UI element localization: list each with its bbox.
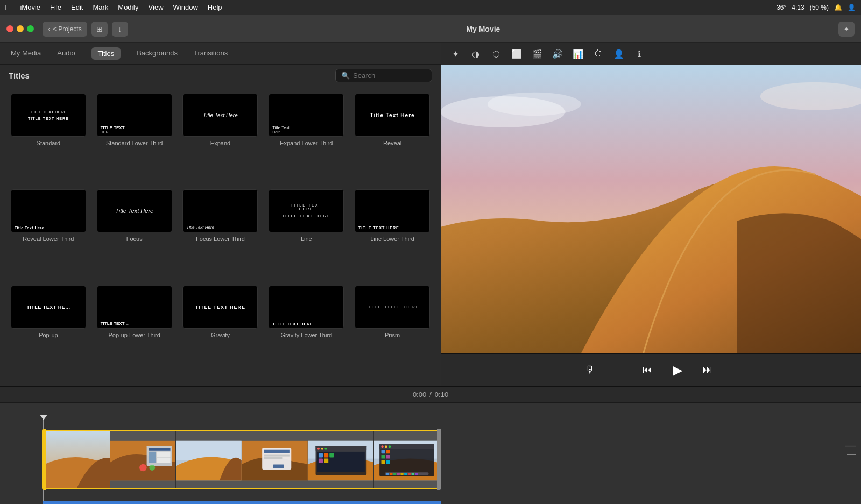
microphone-button[interactable]: 🎙 bbox=[585, 364, 595, 375]
svg-point-11 bbox=[139, 464, 147, 472]
tab-titles[interactable]: Titles bbox=[91, 47, 121, 60]
menubar-status: 36° 4:13 (50 %) 🔔 👤 bbox=[777, 4, 856, 11]
svg-rect-46 bbox=[401, 473, 404, 475]
tab-audio[interactable]: Audio bbox=[57, 45, 75, 62]
list-item[interactable]: Title Text Here Reveal bbox=[350, 94, 434, 187]
svg-point-2 bbox=[488, 93, 581, 116]
svg-rect-10 bbox=[157, 458, 170, 463]
svg-rect-33 bbox=[324, 459, 328, 463]
title-thumb-popup-lower: TITLE TEXT ... bbox=[97, 286, 172, 329]
play-button[interactable]: ▶ bbox=[668, 360, 687, 380]
minimize-button[interactable] bbox=[17, 25, 24, 32]
menu-modify[interactable]: Modify bbox=[118, 3, 138, 11]
svg-rect-44 bbox=[393, 473, 396, 475]
list-item[interactable]: Title Text Here Expand Lower Third bbox=[264, 94, 348, 187]
track-frame bbox=[44, 431, 110, 488]
title-thumb-standard: TITLE TEXT HERE TITLE TEXT HERE bbox=[11, 94, 86, 137]
list-item[interactable]: TITLE TEXT HERE TITLE TEXT HERE Standard bbox=[6, 94, 90, 187]
title-item-label: Focus Lower Third bbox=[196, 236, 245, 242]
left-panel: My Media Audio Titles Backgrounds Transi… bbox=[0, 43, 441, 386]
svg-rect-19 bbox=[264, 457, 283, 459]
search-input[interactable] bbox=[353, 72, 426, 80]
fullscreen-button[interactable] bbox=[27, 25, 34, 32]
list-item[interactable]: TITLE TEXT HERE Standard Lower Third bbox=[93, 94, 177, 187]
svg-rect-37 bbox=[379, 444, 434, 449]
svg-rect-7 bbox=[149, 448, 171, 450]
toolbar: ‹ < Projects ⊞ ↓ My Movie ✦ bbox=[0, 15, 861, 43]
menu-help[interactable]: Help bbox=[208, 3, 222, 11]
equalizer-btn[interactable]: 📊 bbox=[569, 46, 587, 61]
speed-btn[interactable]: ⏱ bbox=[590, 46, 607, 61]
apple-menu[interactable]:  bbox=[5, 3, 8, 12]
search-box[interactable]: 🔍 bbox=[335, 69, 432, 82]
list-item[interactable]: Title Text Here Focus Lower Third bbox=[179, 189, 263, 283]
color-palette-btn[interactable]: ⬡ bbox=[488, 46, 505, 61]
main-content: My Media Audio Titles Backgrounds Transi… bbox=[0, 43, 861, 386]
list-item[interactable]: Title Text Here Expand bbox=[179, 94, 263, 187]
projects-button[interactable]: ‹ < Projects bbox=[43, 22, 87, 37]
title-thumb-gravity: TITLE TEXT HERE bbox=[182, 286, 258, 329]
title-item-label: Reveal Lower Third bbox=[23, 236, 74, 242]
title-thumb-gravity-lower: TITLE TEXT HERE bbox=[269, 286, 344, 329]
menu-view[interactable]: View bbox=[149, 3, 164, 11]
list-item[interactable]: TITLE TEXT HERE TITLE TEXT HERE Line bbox=[264, 189, 348, 283]
svg-point-25 bbox=[317, 448, 320, 450]
storyboard-button[interactable]: ⊞ bbox=[91, 22, 108, 37]
svg-rect-53 bbox=[382, 455, 385, 459]
search-icon: 🔍 bbox=[341, 72, 350, 80]
list-item[interactable]: TITLE TITLE HERE Prism bbox=[350, 286, 434, 379]
svg-rect-48 bbox=[408, 473, 411, 475]
crop-btn[interactable]: ⬜ bbox=[508, 46, 525, 61]
title-item-label: Pop-up bbox=[39, 332, 58, 338]
list-item[interactable]: TITLE TEXT HE... Pop-up bbox=[6, 286, 90, 379]
person-btn[interactable]: 👤 bbox=[610, 46, 627, 61]
svg-rect-30 bbox=[324, 453, 328, 457]
menu-imovie[interactable]: iMovie bbox=[20, 3, 40, 11]
tab-bar: My Media Audio Titles Backgrounds Transi… bbox=[0, 43, 441, 65]
list-item[interactable]: Title Text Here Reveal Lower Third bbox=[6, 189, 90, 283]
title-thumb-line-lower: TITLE TEXT HERE bbox=[355, 189, 430, 232]
title-item-label: Line Lower Third bbox=[370, 236, 414, 242]
svg-point-39 bbox=[385, 445, 387, 448]
menubar-time: 4:13 bbox=[792, 4, 804, 11]
svg-rect-17 bbox=[264, 450, 290, 453]
title-thumb-popup: TITLE TEXT HE... bbox=[11, 286, 86, 329]
list-item[interactable]: Title Text Here Focus bbox=[93, 189, 177, 283]
titles-header-label: Titles bbox=[9, 71, 30, 80]
camera-btn[interactable]: 🎬 bbox=[528, 46, 546, 61]
menu-window[interactable]: Window bbox=[173, 3, 198, 11]
timeline-track[interactable] bbox=[43, 430, 441, 489]
audio-btn[interactable]: 🔊 bbox=[549, 46, 566, 61]
list-item[interactable]: TITLE TEXT ... Pop-up Lower Third bbox=[93, 286, 177, 379]
skip-back-button[interactable]: ⏮ bbox=[638, 360, 657, 380]
timeline-time-display: 0:00 / 0:10 — bbox=[0, 387, 861, 403]
title-item-label: Pop-up Lower Third bbox=[108, 332, 160, 338]
svg-point-27 bbox=[324, 448, 327, 450]
list-item[interactable]: TITLE TEXT HERE Gravity Lower Third bbox=[264, 286, 348, 379]
magic-wand-button[interactable]: ✦ bbox=[838, 22, 855, 37]
menu-mark[interactable]: Mark bbox=[93, 3, 108, 11]
svg-rect-54 bbox=[386, 455, 390, 459]
tab-my-media[interactable]: My Media bbox=[11, 45, 41, 62]
close-button[interactable] bbox=[6, 25, 13, 32]
toolbar-right: ✦ bbox=[838, 22, 855, 37]
list-item[interactable]: TITLE TEXT HERE Gravity bbox=[179, 286, 263, 379]
menu-edit[interactable]: Edit bbox=[71, 3, 83, 11]
title-thumb-prism: TITLE TITLE HERE bbox=[355, 286, 430, 329]
magic-wand-btn[interactable]: ✦ bbox=[447, 46, 464, 61]
svg-rect-43 bbox=[390, 473, 392, 475]
title-item-label: Gravity Lower Third bbox=[280, 332, 332, 338]
info-btn[interactable]: ℹ bbox=[631, 46, 648, 61]
svg-rect-42 bbox=[386, 473, 389, 475]
track-frame bbox=[110, 431, 177, 488]
svg-point-40 bbox=[389, 445, 391, 448]
tab-transitions[interactable]: Transitions bbox=[194, 45, 228, 62]
timeline-handle-left[interactable] bbox=[42, 429, 46, 490]
skip-forward-button[interactable]: ⏭ bbox=[698, 360, 717, 380]
tab-backgrounds[interactable]: Backgrounds bbox=[137, 45, 178, 62]
download-button[interactable]: ↓ bbox=[112, 22, 128, 37]
timeline-handle-right[interactable] bbox=[437, 429, 441, 490]
menu-file[interactable]: File bbox=[50, 3, 61, 11]
color-correction-btn[interactable]: ◑ bbox=[467, 46, 484, 61]
list-item[interactable]: TITLE TEXT HERE Line Lower Third bbox=[350, 189, 434, 283]
